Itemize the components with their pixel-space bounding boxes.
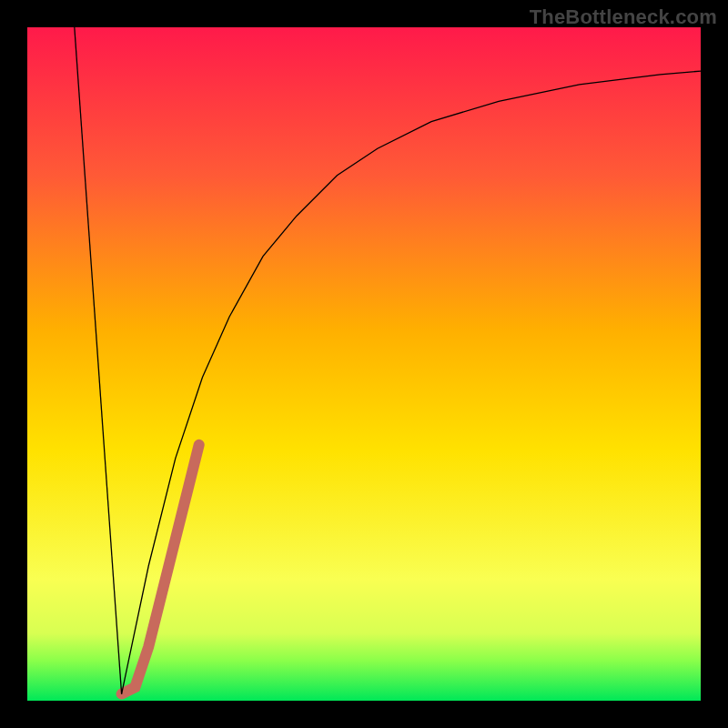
chart-frame: TheBottleneck.com (0, 0, 728, 728)
plot-area (27, 27, 701, 701)
gradient-background (27, 27, 701, 701)
watermark-text: TheBottleneck.com (530, 5, 717, 29)
chart-svg (27, 27, 701, 701)
